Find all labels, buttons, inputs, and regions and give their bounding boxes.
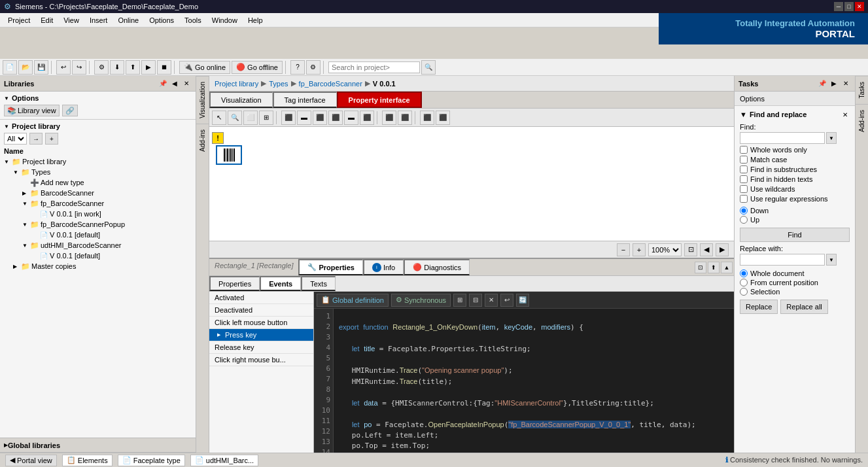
prop-panel-maximize-button[interactable]: ▲ (721, 262, 733, 273)
go-online-button[interactable]: 🔌 Go online (179, 61, 230, 74)
tasks-pin-button[interactable]: 📌 (817, 78, 827, 89)
compile-button[interactable]: ⚙ (94, 60, 109, 75)
code-table2-button[interactable]: ⊟ (469, 294, 482, 307)
filter-add-button[interactable]: + (45, 133, 58, 145)
find-replace-close-button[interactable]: ✕ (841, 110, 850, 119)
tree-item-barcode-scanner[interactable]: ▶ 📁 BarcodeScanner (4, 188, 192, 198)
direction-down-radio[interactable] (740, 207, 748, 215)
zoom-scroll-left[interactable]: ◀ (700, 243, 713, 256)
tree-item-v001-in-work[interactable]: 📄 V 0.0.1 [in work] (4, 209, 192, 219)
zoom-fit-button[interactable]: ⊡ (684, 243, 697, 256)
event-item-click-right[interactable]: Click right mouse bu... (209, 354, 313, 366)
filter-forward-button[interactable]: → (29, 133, 43, 145)
event-item-press-key[interactable]: ▶ Press key (209, 329, 313, 341)
find-button[interactable]: Find (740, 228, 850, 242)
canvas-zoom-fit-button[interactable]: ⊞ (259, 111, 273, 125)
canvas-group-button[interactable]: ⬛ (420, 111, 434, 125)
canvas-distribute-h-button[interactable]: ⬛ (382, 111, 396, 125)
menu-tools[interactable]: Tools (179, 15, 207, 26)
tab-visualization[interactable]: Visualization (209, 92, 273, 108)
code-lines[interactable]: export function Rectangle_1_OnKeyDown(it… (334, 309, 734, 459)
project-search-input[interactable] (328, 61, 420, 73)
whole-words-checkbox[interactable] (740, 146, 748, 154)
canvas-ungroup-button[interactable]: ⬛ (436, 111, 450, 125)
side-tab-visualization[interactable]: Visualization (196, 76, 209, 124)
event-item-release-key[interactable]: Release key (209, 341, 313, 354)
breadcrumb-types[interactable]: Types (269, 80, 288, 88)
barcode-widget[interactable] (216, 145, 242, 165)
tree-item-v001-default-2[interactable]: 📄 V 0.0.1 [default] (4, 251, 192, 261)
breadcrumb-project-library[interactable]: Project library (215, 80, 258, 88)
canvas-select-button[interactable]: ↖ (212, 111, 226, 125)
match-case-checkbox[interactable] (740, 156, 748, 164)
find-hidden-checkbox[interactable] (740, 175, 748, 183)
zoom-in-button[interactable]: + (633, 243, 646, 256)
side-tab-add-ins[interactable]: Add-ins (196, 124, 209, 157)
canvas-align-top-button[interactable]: ⬛ (328, 111, 343, 125)
find-substructures-checkbox[interactable] (740, 165, 748, 173)
breadcrumb-fp-barcode[interactable]: fp_BarcodeScanner (299, 80, 362, 88)
canvas-align-right-button[interactable]: ⬛ (313, 111, 327, 125)
global-def-button[interactable]: 📋 Global definition (317, 294, 389, 307)
prop-tab-info[interactable]: i Info (363, 259, 404, 275)
taskbar-elements[interactable]: 📋 Elements (62, 455, 113, 466)
regex-checkbox[interactable] (740, 195, 748, 203)
prop-panel-float-button[interactable]: ⬆ (708, 262, 720, 273)
tasks-close-button[interactable]: ✕ (841, 78, 851, 89)
settings-button[interactable]: ⚙ (306, 60, 321, 75)
replace-input[interactable] (740, 254, 825, 266)
side-tab-addins-right[interactable]: Add-ins (856, 104, 868, 137)
direction-up-radio[interactable] (740, 216, 748, 224)
canvas-zoom-button[interactable]: 🔍 (228, 111, 242, 125)
event-item-deactivated[interactable]: Deactivated (209, 304, 313, 317)
menu-edit[interactable]: Edit (35, 15, 58, 26)
canvas-align-center-button[interactable]: ▬ (297, 111, 311, 125)
menu-insert[interactable]: Insert (84, 15, 113, 26)
canvas-distribute-v-button[interactable]: ⬛ (398, 111, 412, 125)
menu-help[interactable]: Help (243, 15, 268, 26)
tree-item-fp-barcode-scanner[interactable]: ▼ 📁 fp_BarcodeScanner (4, 198, 192, 209)
tree-item-add-new-type[interactable]: ➕ Add new type (4, 177, 192, 188)
redo-button[interactable]: ↪ (72, 60, 86, 75)
new-button[interactable]: 📄 (3, 60, 17, 75)
prop-tab-properties[interactable]: 🔧 Properties (298, 259, 362, 275)
menu-options[interactable]: Options (144, 15, 179, 26)
scope-selection-radio[interactable] (740, 288, 748, 296)
start-simulation-button[interactable]: ▶ (141, 60, 156, 75)
replace-all-button[interactable]: Replace all (780, 300, 827, 314)
global-libraries-header[interactable]: ▶ Global libraries (0, 438, 196, 453)
tree-item-project-library[interactable]: ▼ 📁 Project library (4, 156, 192, 167)
open-button[interactable]: 📂 (18, 60, 33, 75)
menu-online[interactable]: Online (113, 15, 144, 26)
minimize-button[interactable]: ─ (834, 2, 843, 11)
replace-dropdown-button[interactable]: ▼ (826, 254, 837, 266)
tasks-collapse-button[interactable]: ▶ (829, 78, 839, 89)
canvas-align-bottom-button[interactable]: ⬛ (360, 111, 374, 125)
tree-item-fp-barcode-scanner-popup[interactable]: ▼ 📁 fp_BarcodeScannerPopup (4, 219, 192, 230)
project-library-header[interactable]: ▼ Project library (4, 122, 192, 130)
prop-panel-undock-button[interactable]: ⊡ (695, 262, 706, 273)
libraries-collapse-button[interactable]: ◀ (169, 78, 180, 89)
filter-select[interactable]: All (4, 133, 27, 145)
libraries-close-button[interactable]: ✕ (181, 78, 192, 89)
portal-view-button[interactable]: ◀ Portal view (5, 455, 57, 466)
tree-item-master-copies[interactable]: ▶ 📁 Master copies (4, 261, 192, 271)
zoom-out-button[interactable]: − (617, 243, 630, 256)
libraries-pin-button[interactable]: 📌 (158, 78, 168, 89)
wildcards-checkbox[interactable] (740, 185, 748, 193)
code-delete-button[interactable]: ✕ (485, 294, 498, 307)
tree-item-types[interactable]: ▼ 📁 Types (4, 167, 192, 177)
synchronous-button[interactable]: ⚙ Synchronous (391, 294, 451, 307)
library-link-button[interactable]: 🔗 (62, 105, 78, 116)
stop-simulation-button[interactable]: ⏹ (157, 60, 171, 75)
tasks-options-header[interactable]: Options (735, 92, 855, 106)
library-view-button[interactable]: 📚 Library view (4, 105, 60, 116)
code-refresh-button[interactable]: 🔄 (516, 294, 529, 307)
zoom-scroll-right[interactable]: ▶ (716, 243, 729, 256)
code-table-button[interactable]: ⊞ (453, 294, 466, 307)
side-tab-tasks[interactable]: Tasks (856, 76, 868, 104)
sub-tab-texts[interactable]: Texts (301, 276, 336, 291)
search-button[interactable]: 🔍 (421, 60, 436, 75)
code-undo-button[interactable]: ↩ (500, 294, 513, 307)
tab-tag-interface[interactable]: Tag interface (273, 92, 337, 108)
